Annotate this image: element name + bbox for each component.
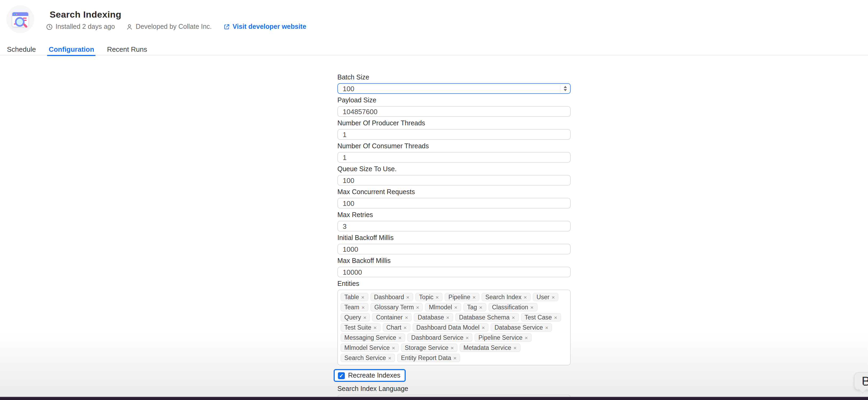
form-field: Number Of Consumer Threads1: [337, 143, 571, 163]
checkbox-check-icon: ✓: [338, 372, 345, 379]
floating-bubble: B: [854, 372, 868, 390]
app-logo: [6, 5, 34, 33]
field-value: 100: [343, 176, 354, 184]
language-label: Search Index Language: [337, 386, 571, 393]
form-field: Queue Size To Use.100: [337, 166, 571, 186]
entity-tag: Database Schema×: [455, 313, 519, 322]
batch-size-input[interactable]: 100: [337, 83, 571, 94]
remove-tag-icon[interactable]: ×: [405, 313, 408, 321]
remove-tag-icon[interactable]: ×: [373, 324, 377, 331]
remove-tag-icon[interactable]: ×: [416, 303, 419, 311]
initial-backoff-millis-input[interactable]: 1000: [337, 244, 571, 255]
entity-tag-label: Entity Report Data: [401, 354, 451, 362]
entity-tag-label: Test Suite: [344, 324, 371, 331]
entity-tag-label: Mlmodel Service: [344, 344, 390, 352]
entity-tag-label: Chart: [386, 324, 401, 331]
remove-tag-icon[interactable]: ×: [362, 303, 365, 311]
remove-tag-icon[interactable]: ×: [512, 313, 515, 321]
entity-tag-label: Search Index: [485, 293, 522, 301]
max-backoff-millis-input[interactable]: 10000: [337, 267, 571, 277]
recreate-indexes-label: Recreate Indexes: [348, 372, 400, 379]
remove-tag-icon[interactable]: ×: [524, 293, 527, 301]
number-stepper[interactable]: [560, 84, 569, 93]
entity-tag-label: Container: [376, 313, 403, 321]
entity-tag-label: Query: [344, 313, 361, 321]
remove-tag-icon[interactable]: ×: [545, 324, 548, 331]
form-field: Initial Backoff Millis1000: [337, 235, 571, 255]
remove-tag-icon[interactable]: ×: [530, 303, 533, 311]
max-concurrent-requests-input[interactable]: 100: [337, 198, 571, 208]
window-dot-icon: [16, 13, 17, 15]
developer-website-link[interactable]: Visit developer website: [223, 23, 306, 30]
window-bottom-edge: [0, 397, 868, 400]
tab-recent-runs[interactable]: Recent Runs: [102, 43, 152, 56]
developer-website-label: Visit developer website: [232, 23, 306, 30]
remove-tag-icon[interactable]: ×: [525, 334, 528, 341]
entity-tag-label: Pipeline Service: [478, 334, 523, 341]
entity-tag: Mlmodel×: [425, 303, 461, 311]
entity-tag: Messaging Service×: [341, 333, 405, 342]
field-value: 104857600: [343, 107, 377, 115]
entities-multiselect[interactable]: Table×Dashboard×Topic×Pipeline×Search In…: [337, 290, 571, 365]
number-of-consumer-threads-input[interactable]: 1: [337, 152, 571, 163]
field-value: 100: [343, 199, 354, 207]
field-label: Batch Size: [337, 74, 571, 81]
field-label: Max Concurrent Requests: [337, 189, 571, 196]
field-label: Number Of Producer Threads: [337, 120, 571, 127]
remove-tag-icon[interactable]: ×: [552, 293, 555, 301]
entity-tag: Dashboard×: [370, 293, 413, 301]
remove-tag-icon[interactable]: ×: [363, 313, 367, 321]
remove-tag-icon[interactable]: ×: [446, 313, 449, 321]
magnifier-icon: [15, 17, 25, 27]
max-retries-input[interactable]: 3: [337, 221, 571, 231]
stepper-up-icon[interactable]: [563, 86, 567, 88]
entity-tag-label: Database Schema: [459, 313, 509, 321]
remove-tag-icon[interactable]: ×: [554, 313, 557, 321]
field-value: 1000: [343, 245, 358, 253]
remove-tag-icon[interactable]: ×: [388, 354, 391, 362]
field-value: 1: [343, 130, 346, 138]
field-label: Number Of Consumer Threads: [337, 143, 571, 150]
entity-tag-label: Team: [344, 303, 359, 311]
remove-tag-icon[interactable]: ×: [513, 344, 517, 352]
entity-tag-label: Messaging Service: [344, 334, 396, 341]
entity-tag-label: Pipeline: [448, 293, 470, 301]
entity-tag: Entity Report Data×: [397, 354, 460, 362]
remove-tag-icon[interactable]: ×: [453, 354, 457, 362]
field-value: 1: [343, 153, 346, 161]
tab-configuration[interactable]: Configuration: [44, 43, 99, 56]
remove-tag-icon[interactable]: ×: [436, 293, 439, 301]
configuration-form: Batch Size100Payload Size104857600Number…: [337, 74, 571, 400]
remove-tag-icon[interactable]: ×: [392, 344, 395, 352]
remove-tag-icon[interactable]: ×: [404, 324, 407, 331]
field-label: Max Backoff Millis: [337, 258, 571, 265]
remove-tag-icon[interactable]: ×: [451, 344, 454, 352]
form-field: Max Retries3: [337, 212, 571, 231]
recreate-indexes-checkbox[interactable]: ✓ Recreate Indexes: [334, 369, 406, 382]
remove-tag-icon[interactable]: ×: [482, 324, 485, 331]
field-label: Initial Backoff Millis: [337, 235, 571, 242]
remove-tag-icon[interactable]: ×: [454, 303, 458, 311]
entity-tag: Chart×: [382, 323, 410, 332]
entity-tag-label: Topic: [419, 293, 433, 301]
entity-tag: Dashboard Data Model×: [413, 323, 489, 332]
entity-tag: Database×: [414, 313, 453, 322]
entity-tag: Container×: [372, 313, 412, 322]
number-of-producer-threads-input[interactable]: 1: [337, 129, 571, 140]
payload-size-input[interactable]: 104857600: [337, 106, 571, 117]
entity-tag: Glossary Term×: [371, 303, 423, 311]
remove-tag-icon[interactable]: ×: [406, 293, 409, 301]
stepper-down-icon[interactable]: [563, 89, 567, 92]
remove-tag-icon[interactable]: ×: [479, 303, 482, 311]
remove-tag-icon[interactable]: ×: [361, 293, 364, 301]
developer-text: Developed by Collate Inc.: [135, 23, 212, 30]
remove-tag-icon[interactable]: ×: [465, 334, 469, 341]
remove-tag-icon[interactable]: ×: [398, 334, 401, 341]
queue-size-to-use-input[interactable]: 100: [337, 175, 571, 186]
tab-schedule[interactable]: Schedule: [2, 43, 40, 56]
entity-tag: Classification×: [488, 303, 537, 311]
field-value: 100: [343, 85, 354, 93]
field-label: Queue Size To Use.: [337, 166, 571, 173]
remove-tag-icon[interactable]: ×: [472, 293, 476, 301]
page-title: Search Indexing: [50, 10, 121, 20]
